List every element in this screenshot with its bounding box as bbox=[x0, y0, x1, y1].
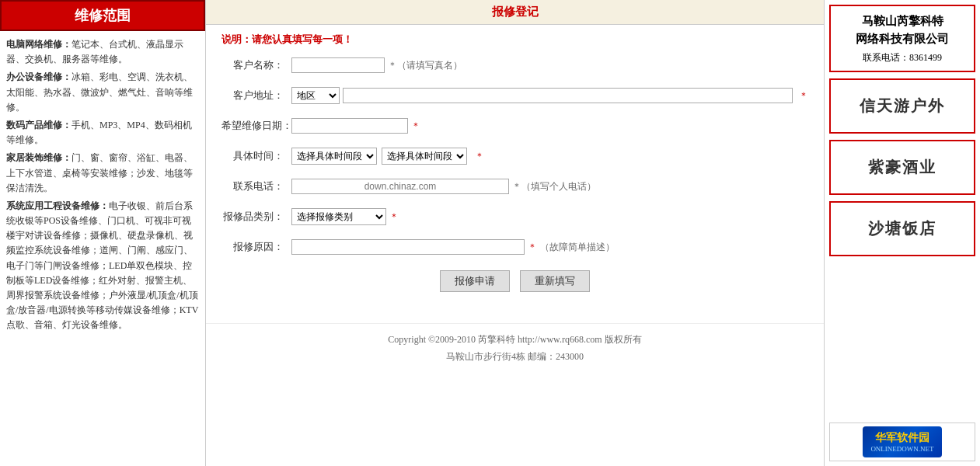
form-title: 报修登记 bbox=[206, 0, 824, 25]
footer-address: 马鞍山市步行街4栋 邮编：243000 bbox=[214, 349, 816, 366]
reason-required: ＊ bbox=[528, 241, 537, 254]
repair-date-required: ＊ bbox=[411, 120, 420, 133]
main-panel: 报修登记 说明：请您认真填写每一项！ 客户名称： ＊（请填写真名） 客户地址： … bbox=[206, 0, 825, 466]
sidebar-content: 电脑网络维修：笔记本、台式机、液晶显示器、交换机、服务器等维修。 办公设备维修：… bbox=[0, 31, 205, 343]
repair-date-control: ＊ bbox=[291, 118, 808, 134]
footer-copyright: Copyright ©2009-2010 芮擎科特 http://www.rq6… bbox=[214, 332, 816, 349]
outdoor-ad: 信天游户外 bbox=[829, 78, 975, 134]
category-system-text: 电子收银、前后台系统收银等POS设备维修、门口机、可视非可视楼宇对讲设备维修；摄… bbox=[6, 200, 198, 331]
onlinedown-badge[interactable]: 华军软件园 ONLINEDOWN.NET bbox=[829, 423, 975, 461]
category-computer: 电脑网络维修： bbox=[6, 39, 71, 50]
company-name: 马鞍山芮擎科特网络科技有限公司 bbox=[837, 12, 968, 47]
reset-button[interactable]: 重新填写 bbox=[520, 270, 590, 292]
onlinedown-sub: ONLINEDOWN.NET bbox=[870, 445, 933, 453]
company-phone: 联系电话：8361499 bbox=[837, 50, 968, 64]
customer-name-input[interactable] bbox=[291, 57, 385, 73]
phone-row: 联系电话： ＊（填写个人电话） bbox=[221, 179, 808, 194]
repair-reason-input[interactable] bbox=[291, 239, 525, 255]
company-ad: 马鞍山芮擎科特网络科技有限公司 联系电话：8361499 bbox=[829, 5, 975, 72]
customer-address-row: 客户地址： 地区 马鞍山 北京 上海 ＊ bbox=[221, 87, 808, 104]
customer-name-hint: ＊（请填写真名） bbox=[388, 59, 462, 72]
repair-date-label: 希望维修日期： bbox=[221, 119, 291, 133]
reason-hint: （故障简单描述） bbox=[540, 241, 615, 254]
category-system: 系统应用工程设备维修： bbox=[6, 200, 109, 211]
time-required: ＊ bbox=[475, 150, 484, 163]
onlinedown-brand: 华军软件园 bbox=[870, 431, 933, 445]
repair-category-row: 报修品类别： 选择报修类别 电脑网络 办公设备 数码产品 家居装饰 系统应用工程… bbox=[221, 208, 808, 225]
address-required: ＊ bbox=[799, 89, 808, 103]
specific-time-label: 具体时间： bbox=[221, 149, 291, 163]
time-select-1[interactable]: 选择具体时间段 上午 下午 晚上 bbox=[291, 148, 377, 165]
customer-name-row: 客户名称： ＊（请填写真名） bbox=[221, 57, 808, 73]
phone-input[interactable] bbox=[291, 179, 509, 194]
specific-time-control: 选择具体时间段 上午 下午 晚上 选择具体时间段 8:00-10:00 10:0… bbox=[291, 148, 808, 165]
customer-address-label: 客户地址： bbox=[221, 89, 291, 103]
footer: Copyright ©2009-2010 芮擎科特 http://www.rq6… bbox=[206, 323, 824, 373]
button-row: 报修申请 重新填写 bbox=[221, 270, 808, 292]
repair-date-row: 希望维修日期： ＊ bbox=[221, 118, 808, 134]
repair-reason-label: 报修原因： bbox=[221, 240, 291, 254]
customer-name-control: ＊（请填写真名） bbox=[291, 57, 808, 73]
phone-hint: ＊（填写个人电话） bbox=[512, 180, 596, 193]
submit-button[interactable]: 报修申请 bbox=[440, 270, 510, 292]
sidebar-title: 维修范围 bbox=[0, 0, 205, 31]
repair-category-select[interactable]: 选择报修类别 电脑网络 办公设备 数码产品 家居装饰 系统应用工程设备 bbox=[291, 208, 386, 225]
customer-address-control: 地区 马鞍山 北京 上海 ＊ bbox=[291, 87, 808, 104]
category-office: 办公设备维修： bbox=[6, 71, 71, 82]
category-required: ＊ bbox=[389, 210, 399, 224]
region-select[interactable]: 地区 马鞍山 北京 上海 bbox=[291, 87, 340, 104]
address-detail-input[interactable] bbox=[343, 88, 793, 103]
wine-ad: 紫豪酒业 bbox=[829, 140, 975, 195]
repair-reason-row: 报修原因： ＊ （故障简单描述） bbox=[221, 239, 808, 255]
right-panel: 马鞍山芮擎科特网络科技有限公司 联系电话：8361499 信天游户外 紫豪酒业 … bbox=[825, 0, 980, 466]
repair-category-label: 报修品类别： bbox=[221, 210, 291, 224]
time-select-2[interactable]: 选择具体时间段 8:00-10:00 10:00-12:00 14:00-16:… bbox=[382, 148, 467, 165]
repair-date-input[interactable] bbox=[291, 118, 408, 134]
customer-name-label: 客户名称： bbox=[221, 58, 291, 72]
repair-category-control: 选择报修类别 电脑网络 办公设备 数码产品 家居装饰 系统应用工程设备 ＊ bbox=[291, 208, 808, 225]
repair-reason-control: ＊ （故障简单描述） bbox=[291, 239, 808, 255]
form-instruction: 说明：请您认真填写每一项！ bbox=[221, 33, 808, 47]
left-sidebar: 维修范围 电脑网络维修：笔记本、台式机、液晶显示器、交换机、服务器等维修。 办公… bbox=[0, 0, 206, 466]
phone-control: ＊（填写个人电话） bbox=[291, 179, 808, 194]
restaurant-ad: 沙塘饭店 bbox=[829, 201, 975, 256]
specific-time-row: 具体时间： 选择具体时间段 上午 下午 晚上 选择具体时间段 8:00-10:0… bbox=[221, 148, 808, 165]
phone-label: 联系电话： bbox=[221, 179, 291, 193]
category-home: 家居装饰维修： bbox=[6, 152, 71, 163]
category-digital: 数码产品维修： bbox=[6, 120, 71, 130]
